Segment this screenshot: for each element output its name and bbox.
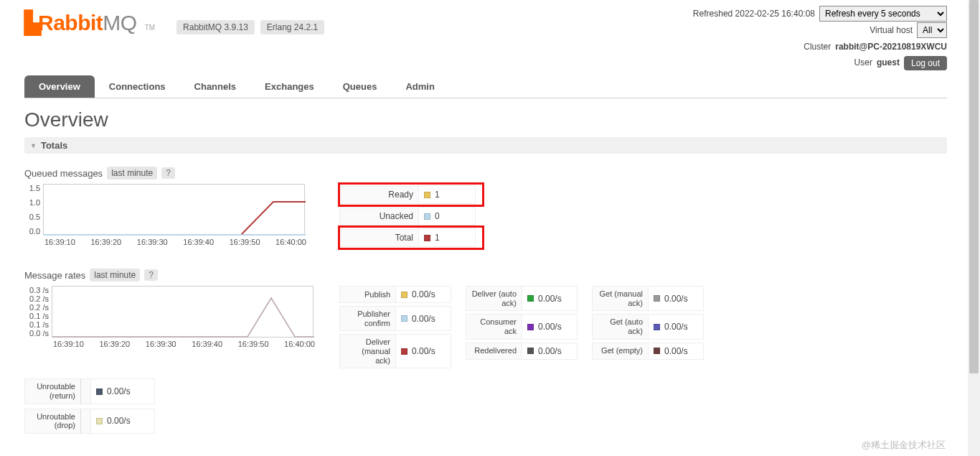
rate-legend-value: 0.00/s xyxy=(395,306,451,331)
rate-legend-value: 0.00/s xyxy=(648,343,704,360)
section-totals[interactable]: ▼ Totals xyxy=(24,137,947,154)
logout-button[interactable]: Log out xyxy=(904,56,947,70)
watermark: @稀土掘金技术社区 xyxy=(862,439,946,452)
rate-legend-value: 0.00/s xyxy=(648,314,704,339)
swatch-icon xyxy=(96,418,103,424)
rate-legend-value: 0.00/s xyxy=(522,314,578,339)
queued-xaxis: 16:39:10 16:39:20 16:39:30 16:39:40 16:3… xyxy=(44,238,306,246)
divider xyxy=(80,378,90,404)
logo-area: ▙ RabbitMQ TM RabbitMQ 3.9.13 Erlang 24.… xyxy=(24,6,324,35)
rate-legend-label: Redelivered xyxy=(466,343,522,360)
scrollbar-thumb[interactable] xyxy=(969,0,979,373)
rates-chart[interactable] xyxy=(52,286,314,338)
main-nav: Overview Connections Channels Exchanges … xyxy=(24,75,947,98)
rate-legend-value: 0.00/s xyxy=(522,286,578,311)
unroutable-row[interactable]: Unroutable (drop)0.00/s xyxy=(24,409,980,434)
rate-legend-item[interactable]: Get (manual ack)0.00/s xyxy=(592,286,704,311)
cluster-value: rabbit@PC-20210819XWCU xyxy=(835,39,947,55)
rate-legend-value: 0.00/s xyxy=(648,286,704,311)
rate-legend-label: Get (empty) xyxy=(592,343,648,360)
queued-period[interactable]: last minute xyxy=(107,167,157,180)
unroutable-label: Unroutable (return) xyxy=(24,378,80,404)
rate-legend-item[interactable]: Consumer ack0.00/s xyxy=(466,314,578,339)
logo-tm: TM xyxy=(143,24,155,32)
swatch-icon xyxy=(96,388,103,395)
queued-legend-total[interactable]: Total 1 xyxy=(339,227,483,248)
tab-channels[interactable]: Channels xyxy=(180,75,251,98)
tab-overview[interactable]: Overview xyxy=(24,75,95,98)
user-label: User xyxy=(854,55,872,71)
section-totals-label: Totals xyxy=(41,140,67,151)
swatch-icon xyxy=(424,213,430,220)
rate-legend-item[interactable]: Redelivered0.00/s xyxy=(466,343,578,360)
scrollbar-vertical[interactable] xyxy=(968,0,980,456)
rates-heading: Message rates xyxy=(24,270,85,281)
rate-legend-label: Publisher confirm xyxy=(339,306,395,331)
chevron-down-icon: ▼ xyxy=(30,142,37,149)
rate-legend-item[interactable]: Publisher confirm0.00/s xyxy=(339,306,451,331)
rate-legend-value: 0.00/s xyxy=(395,334,451,368)
swatch-icon xyxy=(654,295,660,302)
user-value: guest xyxy=(877,55,900,71)
swatch-icon xyxy=(654,324,660,330)
tab-admin[interactable]: Admin xyxy=(391,75,448,98)
swatch-icon xyxy=(401,292,407,298)
rate-legend-label: Deliver (auto ack) xyxy=(466,286,522,311)
page-title: Overview xyxy=(24,108,980,131)
rates-help[interactable]: ? xyxy=(144,269,158,281)
rate-legend-label: Get (manual ack) xyxy=(592,286,648,311)
rates-period[interactable]: last minute xyxy=(90,269,140,281)
swatch-icon xyxy=(401,315,407,322)
queued-chart[interactable] xyxy=(43,184,305,236)
rate-legend-label: Consumer ack xyxy=(466,314,522,339)
rabbit-icon: ▙ xyxy=(24,10,38,35)
rate-legend-value: 0.00/s xyxy=(522,343,578,360)
queued-legend-ready[interactable]: Ready 1 xyxy=(339,184,483,205)
tab-queues[interactable]: Queues xyxy=(329,75,392,98)
tab-connections[interactable]: Connections xyxy=(95,75,180,98)
rates-yaxis: 0.3 /s 0.2 /s 0.2 /s 0.1 /s 0.1 /s 0.0 /… xyxy=(24,286,52,338)
cluster-label: Cluster xyxy=(804,39,831,55)
rate-legend-item[interactable]: Deliver (manual ack)0.00/s xyxy=(339,334,451,368)
unroutable-value: 0.00/s xyxy=(90,378,155,404)
logo[interactable]: ▙ RabbitMQ xyxy=(24,10,137,35)
rate-legend-label: Deliver (manual ack) xyxy=(339,334,395,368)
rate-legend-item[interactable]: Publish0.00/s xyxy=(339,286,451,303)
unroutable-label: Unroutable (drop) xyxy=(24,409,80,434)
swatch-icon xyxy=(424,235,430,241)
refreshed-label: Refreshed 2022-02-25 16:40:08 xyxy=(693,6,815,22)
rates-xaxis: 16:39:10 16:39:20 16:39:30 16:39:40 16:3… xyxy=(53,340,315,348)
rate-legend-value: 0.00/s xyxy=(395,286,451,303)
rate-legend-label: Publish xyxy=(339,286,395,303)
rate-legend-item[interactable]: Get (empty)0.00/s xyxy=(592,343,704,360)
rabbitmq-version-pill: RabbitMQ 3.9.13 xyxy=(176,20,255,34)
swatch-icon xyxy=(527,295,534,302)
swatch-icon xyxy=(401,348,407,355)
logo-text-mq: MQ xyxy=(103,11,136,35)
status-block: Refreshed 2022-02-25 16:40:08 Refresh ev… xyxy=(693,6,947,71)
erlang-version-pill: Erlang 24.2.1 xyxy=(260,20,324,34)
swatch-icon xyxy=(424,192,430,198)
queued-heading: Queued messages xyxy=(24,168,103,179)
vhost-label: Virtual host xyxy=(870,22,913,39)
tab-exchanges[interactable]: Exchanges xyxy=(250,75,329,98)
logo-text-rabbit: Rabbit xyxy=(38,11,103,35)
refresh-interval-select[interactable]: Refresh every 5 seconds xyxy=(819,6,947,22)
swatch-icon xyxy=(527,324,534,330)
divider xyxy=(80,409,90,434)
queued-legend-unacked[interactable]: Unacked 0 xyxy=(339,205,483,227)
rate-legend-item[interactable]: Deliver (auto ack)0.00/s xyxy=(466,286,578,311)
swatch-icon xyxy=(527,348,534,354)
swatch-icon xyxy=(654,348,660,354)
vhost-select[interactable]: All xyxy=(917,22,947,38)
rate-legend-item[interactable]: Get (auto ack)0.00/s xyxy=(592,314,704,339)
queued-help[interactable]: ? xyxy=(161,167,175,179)
unroutable-value: 0.00/s xyxy=(90,409,155,434)
queued-yaxis: 1.5 1.0 0.5 0.0 xyxy=(24,184,43,236)
rate-legend-label: Get (auto ack) xyxy=(592,314,648,339)
unroutable-row[interactable]: Unroutable (return)0.00/s xyxy=(24,378,980,404)
